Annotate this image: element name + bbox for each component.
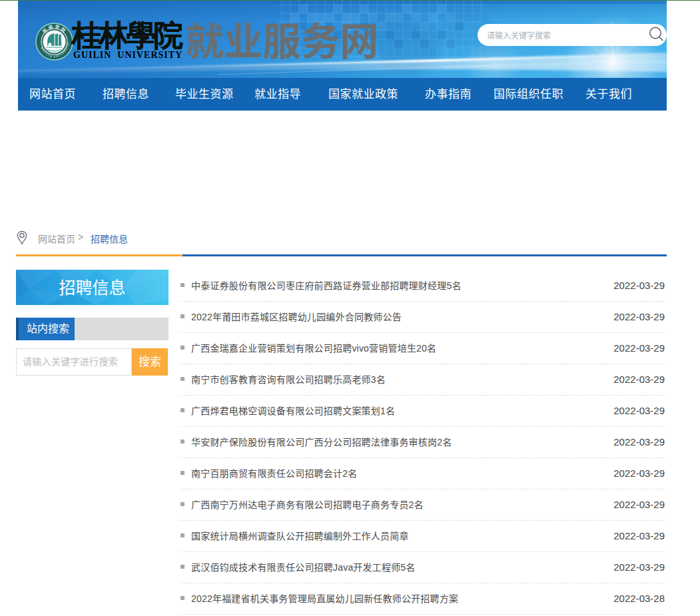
svg-text:U: U	[53, 55, 55, 58]
